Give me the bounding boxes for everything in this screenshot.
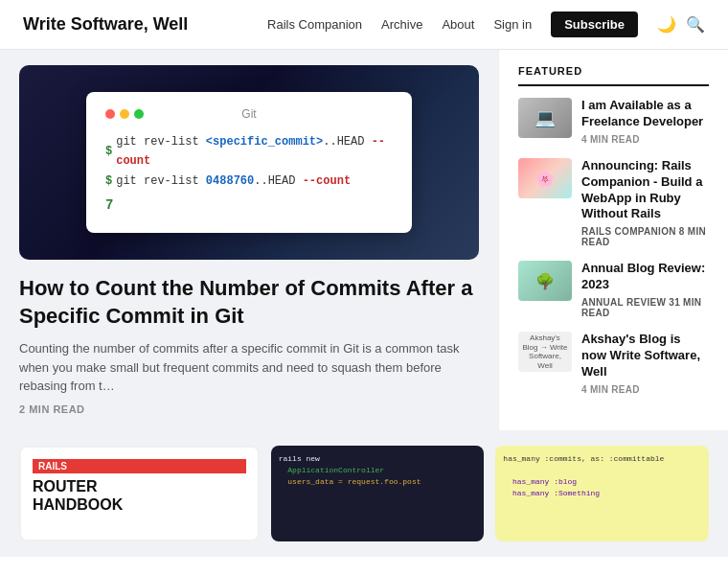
code-line-1: $ git rev-list <specific_commit>..HEAD -… — [105, 132, 393, 172]
hero-section: Git $ git rev-list <specific_commit>..HE… — [0, 50, 498, 430]
code-highlight-2: 0488760 — [206, 174, 254, 188]
featured-thumb-1 — [518, 98, 572, 138]
featured-item-4[interactable]: Akshay's Blog → Write Software, Well Aks… — [518, 332, 709, 395]
code-highlight-1: <specific_commit> — [206, 135, 323, 149]
sidebar-featured-title: FEATURED — [518, 65, 709, 86]
bottom-cards-section: RAILS ROUTER HANDBOOK rails new Applicat… — [0, 430, 728, 557]
dot-minimize — [120, 109, 129, 119]
code-cmd-1: git rev-list <specific_commit>..HEAD --c… — [116, 132, 393, 172]
code-line-2: $ git rev-list 0488760..HEAD --count — [105, 172, 393, 191]
featured-info-3: Annual Blog Review: 2023 ANNUAL REVIEW 3… — [581, 261, 709, 318]
header-icons: 🌙 🔍 — [657, 15, 705, 34]
code-window: Git $ git rev-list <specific_commit>..HE… — [86, 92, 412, 233]
site-logo[interactable]: Write Software, Well — [23, 14, 188, 34]
mini-code-dark: rails new ApplicationController users_da… — [271, 446, 485, 495]
dot-maximize — [134, 109, 144, 119]
featured-item-1[interactable]: I am Available as a Freelance Developer … — [518, 98, 709, 145]
featured-info-2: Announcing: Rails Companion - Build a We… — [581, 158, 709, 248]
main-content: Git $ git rev-list <specific_commit>..HE… — [0, 50, 728, 430]
code-body: $ git rev-list <specific_commit>..HEAD -… — [105, 132, 393, 218]
featured-item-2[interactable]: Announcing: Rails Companion - Build a We… — [518, 158, 709, 248]
featured-meta-1: 4 MIN READ — [581, 134, 709, 145]
code-titlebar: Git — [105, 107, 393, 121]
featured-meta-2: RAILS COMPANION 8 MIN READ — [581, 226, 709, 247]
featured-item-3[interactable]: Annual Blog Review: 2023 ANNUAL REVIEW 3… — [518, 261, 709, 318]
dark-mode-toggle[interactable]: 🌙 — [657, 15, 676, 34]
featured-info-4: Akshay's Blog is now Write Software, Wel… — [581, 332, 709, 395]
featured-meta-3: ANNUAL REVIEW 31 MIN READ — [581, 297, 709, 318]
code-prompt-1: $ — [105, 142, 112, 161]
code-window-title: Git — [241, 107, 256, 121]
hero-description: Counting the number of commits after a s… — [19, 339, 479, 396]
hero-image-card: Git $ git rev-list <specific_commit>..HE… — [19, 65, 479, 260]
card-title-router: ROUTER HANDBOOK — [33, 477, 246, 514]
code-cmd-2: git rev-list 0488760..HEAD --count — [116, 172, 351, 191]
code-output: 7 — [105, 195, 393, 218]
hero-title[interactable]: How to Count the Number of Commits After… — [19, 275, 479, 330]
code-prompt-2: $ — [105, 172, 112, 191]
featured-info-1: I am Available as a Freelance Developer … — [581, 98, 709, 145]
featured-thumb-2 — [518, 158, 572, 198]
featured-meta-4: 4 MIN READ — [581, 384, 709, 395]
dot-close — [105, 109, 115, 119]
search-button[interactable]: 🔍 — [686, 15, 705, 34]
featured-title-1: I am Available as a Freelance Developer — [581, 98, 709, 130]
card-label-rails: RAILS — [33, 459, 246, 473]
sidebar: FEATURED I am Available as a Freelance D… — [498, 50, 728, 430]
code-flag-2: --count — [303, 174, 351, 188]
subscribe-button[interactable]: Subscribe — [551, 12, 638, 37]
featured-thumb-4: Akshay's Blog → Write Software, Well — [518, 332, 572, 372]
window-dots — [105, 109, 144, 119]
nav-archive[interactable]: Archive — [381, 17, 422, 32]
nav-signin[interactable]: Sign in — [493, 17, 532, 32]
main-nav: Rails Companion Archive About Sign in Su… — [267, 12, 705, 37]
nav-rails-companion[interactable]: Rails Companion — [267, 17, 362, 32]
mini-code-yellow: has_many :commits, as: :committable has_… — [495, 446, 709, 507]
featured-title-4: Akshay's Blog is now Write Software, Wel… — [581, 332, 709, 380]
featured-thumb-3 — [518, 261, 572, 301]
featured-title-3: Annual Blog Review: 2023 — [581, 261, 709, 293]
hero-read-time: 2 MIN READ — [19, 403, 479, 415]
featured-title-2: Announcing: Rails Companion - Build a We… — [581, 158, 709, 223]
nav-about[interactable]: About — [442, 17, 474, 32]
site-header: Write Software, Well Rails Companion Arc… — [0, 0, 728, 50]
bottom-card-rails-router[interactable]: RAILS ROUTER HANDBOOK — [19, 446, 260, 541]
bottom-card-dark-code[interactable]: rails new ApplicationController users_da… — [271, 446, 485, 541]
bottom-card-yellow-code[interactable]: has_many :commits, as: :committable has_… — [495, 446, 709, 541]
